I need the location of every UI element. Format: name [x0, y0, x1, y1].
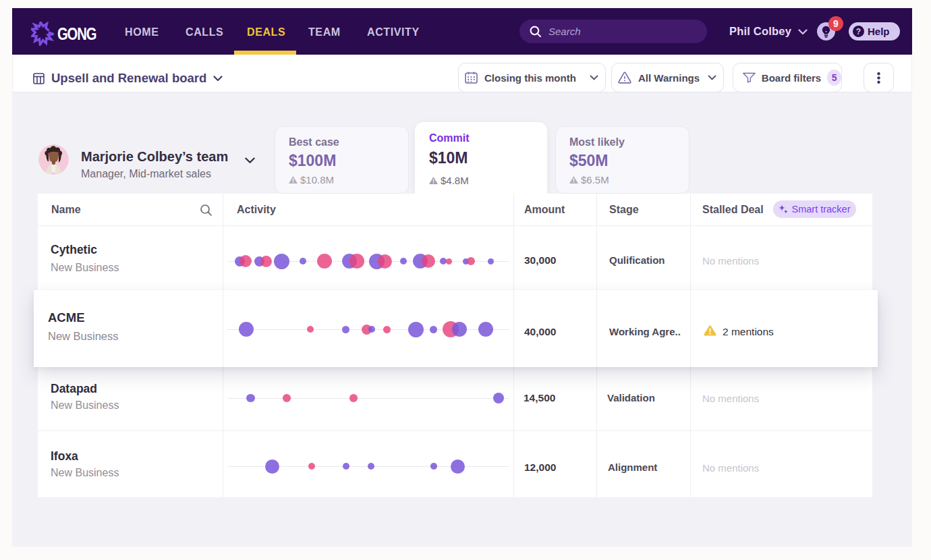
svg-text:?: ? [856, 27, 861, 36]
